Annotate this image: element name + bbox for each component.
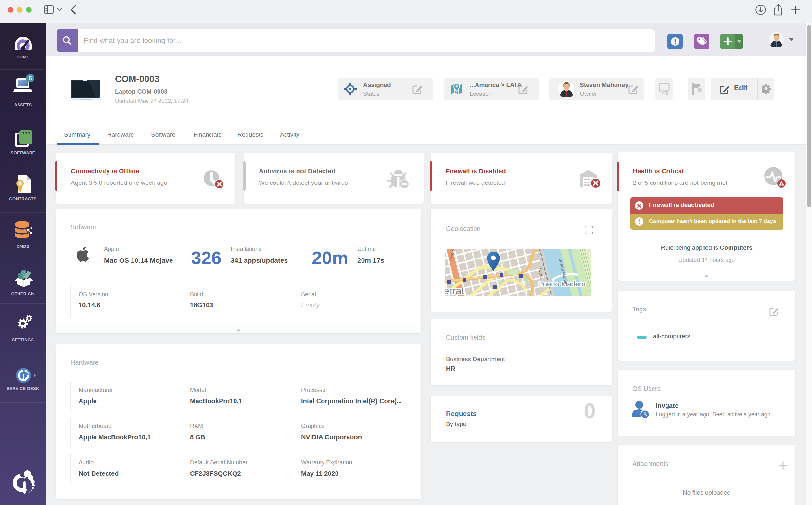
svg-text:Puerto Madero: Puerto Madero [538,280,586,288]
svg-text:5: 5 [29,75,31,81]
svg-text:errat: errat [445,285,464,296]
